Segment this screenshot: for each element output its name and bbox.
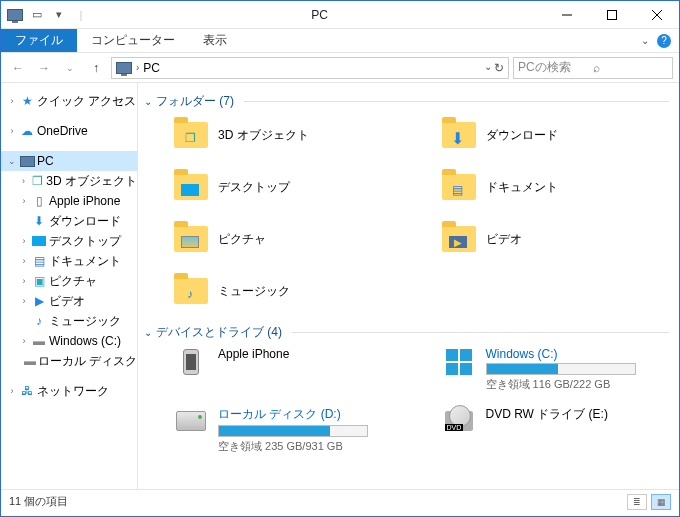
qat-chevron-icon[interactable]: ▾ xyxy=(51,7,67,23)
status-item-count: 11 個の項目 xyxy=(9,494,68,509)
group-drives[interactable]: ⌄ デバイスとドライブ (4) xyxy=(144,324,669,341)
nav-pc[interactable]: ⌄ PC xyxy=(1,151,137,171)
folder-downloads[interactable]: ⬇ ダウンロード xyxy=(412,116,670,154)
chevron-right-icon[interactable]: › xyxy=(7,386,17,396)
cloud-icon: ☁ xyxy=(19,123,35,139)
nav-pictures[interactable]: › ▣ ピクチャ xyxy=(1,271,137,291)
chevron-right-icon[interactable]: › xyxy=(7,126,17,136)
svg-rect-1 xyxy=(607,10,616,19)
address-chevron-icon: › xyxy=(136,62,139,73)
chevron-right-icon[interactable]: › xyxy=(7,96,17,106)
nav-local-d[interactable]: › ▬ ローカル ディスク (D:) xyxy=(1,351,137,371)
dvd-icon xyxy=(442,406,476,436)
windows-logo-icon xyxy=(442,347,476,377)
chevron-right-icon[interactable]: › xyxy=(19,276,29,286)
cube-icon: ❐ xyxy=(180,130,200,146)
group-folders[interactable]: ⌄ フォルダー (7) xyxy=(144,93,669,110)
back-button[interactable]: ← xyxy=(7,57,29,79)
nav-downloads[interactable]: › ⬇ ダウンロード xyxy=(1,211,137,231)
navigation-pane: › ★ クイック アクセス › ☁ OneDrive ⌄ PC › ❐ 3D オ… xyxy=(1,83,138,489)
address-row: ← → ⌄ ↑ › PC ⌄ ↻ PCの検索 ⌕ xyxy=(1,53,679,83)
desktop-icon xyxy=(180,182,200,198)
nav-onedrive[interactable]: › ☁ OneDrive xyxy=(1,121,137,141)
nav-windows-c[interactable]: › ▬ Windows (C:) xyxy=(1,331,137,351)
title-bar: ▭ ▾ | PC xyxy=(1,1,679,29)
folder-videos[interactable]: ▶ ビデオ xyxy=(412,220,670,258)
folder-3d-objects[interactable]: ❐ 3D オブジェクト xyxy=(144,116,402,154)
picture-icon: ▣ xyxy=(31,273,47,289)
refresh-icon[interactable]: ↻ xyxy=(494,61,504,75)
chevron-down-icon: ⌄ xyxy=(144,96,152,107)
chevron-right-icon[interactable]: › xyxy=(19,236,29,246)
ribbon-expand-icon[interactable]: ⌄ xyxy=(641,35,649,46)
maximize-button[interactable] xyxy=(589,1,634,29)
chevron-right-icon[interactable]: › xyxy=(19,176,28,186)
drive-icon: ▬ xyxy=(24,353,36,369)
search-input[interactable]: PCの検索 ⌕ xyxy=(513,57,673,79)
music-icon: ♪ xyxy=(31,313,47,329)
view-large-icons-button[interactable]: ▦ xyxy=(651,494,671,510)
drive-windows-c[interactable]: Windows (C:) 空き領域 116 GB/222 GB xyxy=(412,347,670,392)
close-button[interactable] xyxy=(634,1,679,29)
tab-file[interactable]: ファイル xyxy=(1,29,77,52)
nav-iphone[interactable]: › ▯ Apple iPhone xyxy=(1,191,137,211)
folder-pictures[interactable]: ピクチャ xyxy=(144,220,402,258)
phone-icon: ▯ xyxy=(31,193,47,209)
drive-iphone[interactable]: Apple iPhone xyxy=(144,347,402,392)
forward-button[interactable]: → xyxy=(33,57,55,79)
qat-properties-icon[interactable]: ▭ xyxy=(29,7,45,23)
document-icon: ▤ xyxy=(448,182,468,198)
chevron-right-icon[interactable]: › xyxy=(19,256,29,266)
nav-network[interactable]: › 🖧 ネットワーク xyxy=(1,381,137,401)
chevron-down-icon[interactable]: ⌄ xyxy=(7,156,17,166)
search-icon: ⌕ xyxy=(593,61,668,75)
drive-local-d[interactable]: ローカル ディスク (D:) 空き領域 235 GB/931 GB xyxy=(144,406,402,454)
nav-videos[interactable]: › ▶ ビデオ xyxy=(1,291,137,311)
download-icon: ⬇ xyxy=(31,213,47,229)
capacity-bar xyxy=(486,363,636,375)
pc-icon xyxy=(19,153,35,169)
window-title: PC xyxy=(95,8,544,22)
star-icon: ★ xyxy=(19,93,35,109)
cube-icon: ❐ xyxy=(30,173,44,189)
chevron-right-icon[interactable]: › xyxy=(19,336,29,346)
ribbon-tabs: ファイル コンピューター 表示 ⌄ ? xyxy=(1,29,679,53)
video-icon: ▶ xyxy=(448,234,468,250)
tab-computer[interactable]: コンピューター xyxy=(77,29,189,52)
folder-music[interactable]: ♪ ミュージック xyxy=(144,272,402,310)
address-path: PC xyxy=(143,61,160,75)
nav-quick-access[interactable]: › ★ クイック アクセス xyxy=(1,91,137,111)
address-pc-icon xyxy=(116,62,132,74)
qat-separator: | xyxy=(73,7,89,23)
main-content: ⌄ フォルダー (7) ❐ 3D オブジェクト ⬇ ダウンロード デスクトップ … xyxy=(138,83,679,489)
phone-icon xyxy=(174,347,208,377)
folder-documents[interactable]: ▤ ドキュメント xyxy=(412,168,670,206)
drive-icon xyxy=(174,406,208,436)
chevron-right-icon[interactable]: › xyxy=(19,296,29,306)
chevron-right-icon[interactable]: › xyxy=(19,196,29,206)
view-details-button[interactable]: ≣ xyxy=(627,494,647,510)
video-icon: ▶ xyxy=(31,293,47,309)
search-placeholder: PCの検索 xyxy=(518,59,593,76)
download-icon: ⬇ xyxy=(448,130,468,146)
recent-button[interactable]: ⌄ xyxy=(59,57,81,79)
document-icon: ▤ xyxy=(31,253,47,269)
drive-dvd-e[interactable]: DVD RW ドライブ (E:) xyxy=(412,406,670,454)
chevron-down-icon: ⌄ xyxy=(144,327,152,338)
nav-music[interactable]: › ♪ ミュージック xyxy=(1,311,137,331)
address-dropdown-icon[interactable]: ⌄ xyxy=(484,61,492,75)
nav-documents[interactable]: › ▤ ドキュメント xyxy=(1,251,137,271)
folder-desktop[interactable]: デスクトップ xyxy=(144,168,402,206)
minimize-button[interactable] xyxy=(544,1,589,29)
address-bar[interactable]: › PC ⌄ ↻ xyxy=(111,57,509,79)
up-button[interactable]: ↑ xyxy=(85,57,107,79)
help-icon[interactable]: ? xyxy=(657,34,671,48)
network-icon: 🖧 xyxy=(19,383,35,399)
status-bar: 11 個の項目 ≣ ▦ xyxy=(1,489,679,513)
music-icon: ♪ xyxy=(180,286,200,302)
tab-view[interactable]: 表示 xyxy=(189,29,241,52)
nav-3d-objects[interactable]: › ❐ 3D オブジェクト xyxy=(1,171,137,191)
drive-icon: ▬ xyxy=(31,333,47,349)
picture-icon xyxy=(180,234,200,250)
nav-desktop[interactable]: › デスクトップ xyxy=(1,231,137,251)
